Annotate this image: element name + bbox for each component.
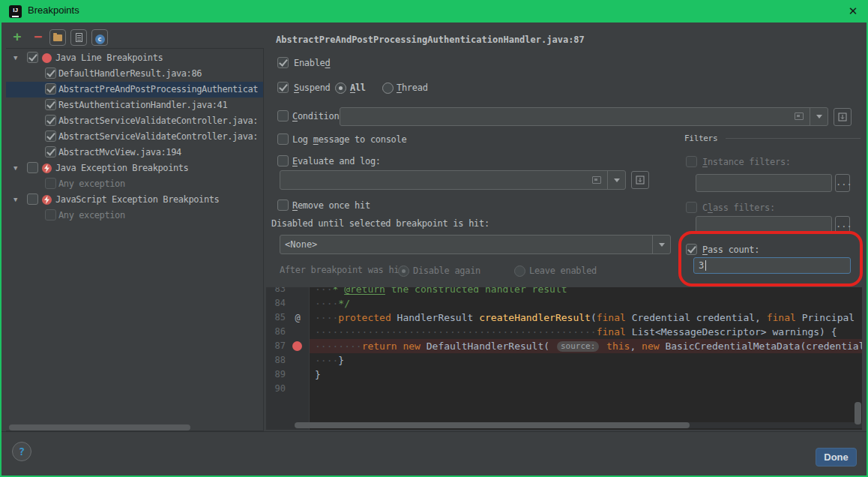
line-number[interactable]: 84 [266, 296, 286, 310]
help-button[interactable]: ? [12, 442, 31, 461]
editor-vertical-scrollbar[interactable] [855, 402, 861, 424]
expand-arrow-icon[interactable]: ▼ [13, 54, 17, 62]
expand-evaluate-button[interactable] [631, 171, 649, 189]
pass-count-input[interactable] [693, 257, 851, 274]
instance-filters-input[interactable] [696, 174, 832, 192]
breakpoint-item-row[interactable]: DefaultHandlerResult.java:86 [6, 66, 264, 82]
chevron-down-icon[interactable] [652, 236, 670, 254]
disabled-until-value: <None> [285, 239, 317, 250]
close-icon[interactable]: ✕ [844, 3, 862, 20]
line-number[interactable]: 86 [266, 325, 286, 339]
breakpoint-item-row[interactable]: AbstractServiceValidateController.java: [6, 113, 264, 129]
item-checkbox[interactable] [45, 178, 56, 189]
item-checkbox[interactable] [45, 68, 56, 79]
line-number[interactable]: 90 [266, 382, 286, 396]
item-label: Any exception [58, 178, 125, 189]
disabled-until-combobox[interactable]: <None> [280, 235, 671, 254]
override-marker-icon[interactable]: @ [295, 313, 300, 323]
code-editor: 83···* @return the constructed handler r… [266, 287, 862, 430]
breakpoint-group-row[interactable]: ▼JavaScript Exception Breakpoints [6, 192, 264, 208]
group-by-class-button[interactable]: c [91, 29, 108, 46]
group-checkbox[interactable] [27, 194, 38, 205]
item-label: AbstractServiceValidateController.java: [58, 116, 258, 126]
evaluate-history-dropdown[interactable] [607, 171, 625, 189]
line-number[interactable]: 87 [266, 339, 286, 353]
class-filters-input[interactable] [696, 216, 832, 234]
item-label: AbstractServiceValidateController.java: [58, 131, 258, 142]
breakpoint-item-row[interactable]: AbstractMvcView.java:194 [6, 145, 264, 160]
line-number[interactable]: 89 [266, 368, 286, 382]
instance-filters-label: Instance filters: [702, 157, 791, 167]
leave-enabled-label: Leave enabled [529, 266, 597, 276]
code-line: 89} [266, 368, 862, 382]
done-button[interactable]: Done [816, 448, 857, 466]
class-filters-more-button[interactable]: ... [835, 216, 850, 234]
disable-again-radio[interactable] [398, 266, 409, 277]
instance-filters-checkbox[interactable] [686, 156, 697, 167]
breakpoint-group-row[interactable]: ▼Java Line Breakpoints [6, 50, 264, 66]
line-number[interactable]: 85 [266, 310, 286, 325]
item-checkbox[interactable] [45, 209, 56, 220]
evaluate-expression-input[interactable] [280, 170, 626, 190]
breakpoint-item-row[interactable]: AbstractPreAndPostProcessingAuthenticat [6, 82, 264, 98]
remove-once-hit-label: Remove once hit [292, 200, 370, 211]
evaluate-and-log-label: Evaluate and log: [292, 156, 381, 166]
editor-horizontal-scrollbar[interactable] [295, 422, 690, 428]
breakpoint-icon[interactable] [292, 341, 302, 351]
item-label: Any exception [58, 210, 125, 220]
condition-label: Condition: [292, 111, 344, 122]
expand-arrow-icon[interactable]: ▼ [13, 196, 17, 203]
line-number[interactable]: 83 [266, 287, 286, 296]
group-by-file-button[interactable] [70, 29, 87, 46]
remove-once-hit-checkbox[interactable] [277, 200, 289, 211]
code-line: 88····} [266, 353, 862, 368]
code-line: 85@····protected HandlerResult createHan… [266, 310, 862, 325]
file-icon [76, 33, 82, 42]
breakpoint-item-row[interactable]: RestAuthenticationHandler.java:41 [6, 98, 264, 113]
line-number[interactable]: 88 [266, 353, 286, 368]
expand-arrow-icon[interactable]: ▼ [13, 164, 17, 172]
suspend-label: Suspend [294, 82, 331, 93]
title-bar[interactable]: IJ Breakpoints ✕ [0, 0, 868, 22]
item-checkbox[interactable] [45, 146, 56, 158]
item-checkbox[interactable] [45, 83, 56, 94]
breakpoint-group-row[interactable]: ▼Java Exception Breakpoints [6, 160, 264, 176]
breakpoint-item-row[interactable]: AbstractServiceValidateController.java: [6, 129, 264, 145]
tree-horizontal-scrollbar[interactable] [9, 424, 190, 430]
breakpoint-item-row[interactable]: Any exception [6, 208, 264, 224]
exception-breakpoint-icon [42, 195, 52, 205]
class-filters-checkbox[interactable] [686, 202, 697, 213]
condition-checkbox[interactable] [277, 110, 289, 122]
breakpoint-item-row[interactable]: Any exception [6, 176, 264, 192]
filters-separator [726, 138, 861, 139]
item-checkbox[interactable] [45, 130, 56, 142]
condition-history-dropdown[interactable] [810, 108, 828, 125]
code-line: 87········return new DefaultHandlerResul… [266, 339, 862, 353]
suspend-checkbox[interactable] [277, 82, 289, 93]
add-breakpoint-button[interactable]: + [9, 29, 25, 46]
code-line: 84····*/ [266, 296, 862, 310]
evaluate-and-log-checkbox[interactable] [277, 155, 289, 166]
instance-filters-more-button[interactable]: ... [835, 174, 850, 192]
expand-condition-button[interactable] [834, 108, 852, 126]
condition-input[interactable] [340, 107, 828, 126]
breakpoints-dialog: IJ Breakpoints ✕ + − c ▼Java Line Breakp… [0, 0, 868, 477]
item-checkbox[interactable] [45, 99, 56, 110]
group-checkbox[interactable] [27, 162, 38, 173]
suspend-all-radio[interactable] [335, 82, 346, 94]
item-label: DefaultHandlerResult.java:86 [58, 68, 202, 79]
suspend-thread-radio[interactable] [382, 82, 394, 94]
group-by-package-button[interactable] [49, 29, 66, 46]
item-checkbox[interactable] [45, 115, 56, 126]
leave-enabled-radio[interactable] [514, 266, 525, 277]
expand-icon [838, 112, 847, 122]
log-message-checkbox[interactable] [277, 134, 289, 145]
pass-count-label: Pass count: [702, 244, 759, 255]
group-label: Java Exception Breakpoints [55, 163, 188, 173]
pass-count-checkbox[interactable] [686, 244, 697, 255]
enabled-checkbox[interactable] [277, 57, 289, 68]
remove-breakpoint-button[interactable]: − [30, 29, 46, 46]
expression-icon [795, 112, 804, 120]
item-label: RestAuthenticationHandler.java:41 [58, 100, 227, 110]
group-checkbox[interactable] [27, 52, 38, 63]
